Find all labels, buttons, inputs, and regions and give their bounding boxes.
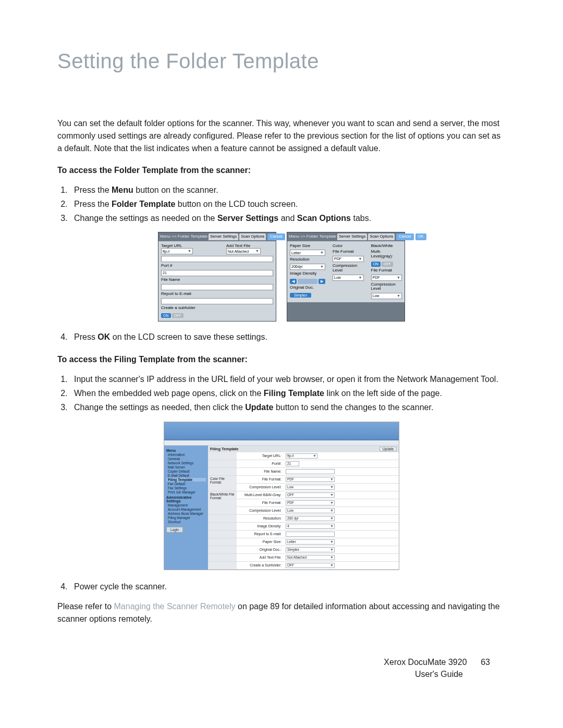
- list-item: Press the Menu button on the scanner.: [70, 184, 506, 197]
- sidebar-item-filing-mgr[interactable]: Filing Manager: [166, 516, 206, 520]
- compression-label: Compression Level:: [237, 484, 284, 491]
- sidebar-item-jobmgr[interactable]: Print Job Manager: [166, 490, 206, 494]
- list-item: When the embedded web page opens, click …: [70, 387, 506, 400]
- bw-format-select[interactable]: PDF▼: [286, 500, 335, 505]
- file-name-label: File Name: [161, 278, 273, 282]
- color-compression-select[interactable]: Low▼: [286, 485, 335, 490]
- web-header: [164, 422, 399, 440]
- port-input[interactable]: 21: [286, 461, 299, 466]
- cancel-button[interactable]: Cancel: [267, 233, 285, 240]
- paper-select[interactable]: Letter▼: [286, 539, 335, 545]
- sidebar-item-account[interactable]: Account Management: [166, 508, 206, 511]
- page: Setting the Folder Template You can set …: [0, 0, 563, 711]
- file-name-input[interactable]: [161, 284, 273, 290]
- footer-page-number: 63: [481, 658, 490, 667]
- resolution-select[interactable]: 200 dpi▼: [286, 516, 335, 521]
- subfolder-select[interactable]: OFF▼: [286, 563, 335, 568]
- lcd-panel-server-settings: Menu >> Folder Template Server Settings …: [158, 232, 276, 322]
- original-label: Original Doc.:: [237, 546, 284, 554]
- target-url-label: Target URL:: [237, 452, 284, 460]
- tab-server-settings[interactable]: Server Settings: [337, 233, 367, 240]
- bw-compression-label: Compression Level:: [237, 507, 284, 515]
- sidebar-item-filing-template[interactable]: Filing Template: [166, 478, 206, 482]
- sidebar-item-addressbook[interactable]: Address Book Manager: [166, 512, 206, 515]
- page-footer: Xerox DocuMate 3920 63 User's Guide: [57, 657, 506, 680]
- sidebar-item-fax-settings[interactable]: Fax Settings: [166, 486, 206, 490]
- list-item: Press the Folder Template button on the …: [70, 198, 506, 211]
- tab-scan-options[interactable]: Scan Options: [368, 233, 395, 240]
- bw-compression-select[interactable]: Low▼: [371, 293, 402, 299]
- sidebar-item-copier[interactable]: Copier Default: [166, 470, 206, 473]
- color-group-label: Color File Format:: [208, 476, 237, 491]
- web-toolbar: [164, 440, 399, 446]
- sidebar-item-fax-default[interactable]: Fax Default: [166, 482, 206, 486]
- sidebar-item-shortcut[interactable]: Shortcut: [166, 520, 206, 524]
- web-main: Filing Template Update Target URL:ftp://…: [208, 446, 399, 570]
- sidebar-item-management[interactable]: Management: [166, 503, 206, 507]
- footer-product: Xerox DocuMate 3920: [384, 658, 467, 667]
- target-url-input[interactable]: [161, 256, 273, 262]
- ok-button[interactable]: OK: [415, 233, 426, 240]
- paper-select[interactable]: Letter▼: [290, 250, 325, 256]
- filename-label: File Name:: [237, 468, 284, 476]
- bw-compression-select[interactable]: Low▼: [286, 508, 335, 513]
- report-input[interactable]: [286, 532, 335, 537]
- file-format-label-2: File Format: [371, 268, 402, 273]
- sidebar-item-information[interactable]: Information: [166, 453, 206, 456]
- paper-label: Paper Size: [290, 244, 325, 249]
- port-label: Port #: [161, 264, 273, 268]
- target-url-select[interactable]: ftp://▼: [286, 453, 317, 459]
- list-item: Input the scanner's IP address in the UR…: [70, 373, 506, 386]
- report-label: Report to E-mail: [161, 292, 273, 297]
- sidebar-item-mail[interactable]: Mail Server: [166, 465, 206, 469]
- list-item: Power cycle the scanner.: [70, 581, 506, 594]
- target-url-select[interactable]: ftp://▼: [161, 248, 193, 254]
- density-select[interactable]: 4▼: [286, 524, 335, 529]
- subfolder-toggle[interactable]: ON OFF: [161, 313, 273, 318]
- add-text-label: Add Text File: [226, 244, 273, 249]
- simplex-button[interactable]: Simplex: [290, 293, 325, 298]
- filename-input[interactable]: [286, 469, 335, 474]
- sidebar-item-network[interactable]: Network Settings: [166, 461, 206, 465]
- sidebar-item-general[interactable]: General: [166, 457, 206, 461]
- lcd-figures: Menu >> Folder Template Server Settings …: [57, 232, 506, 322]
- breadcrumb: Menu >> Folder Template: [289, 235, 336, 239]
- target-url-label: Target URL: [161, 244, 208, 249]
- multi-label: Multi-Level B&W-Gray:: [237, 491, 284, 499]
- lcd-panel-scan-options: Menu >> Folder Template Server Settings …: [287, 232, 405, 322]
- density-slider[interactable]: ◀▶: [290, 279, 325, 284]
- original-select[interactable]: Simplex▼: [286, 547, 335, 552]
- compression-select[interactable]: Low▼: [333, 275, 364, 281]
- port-label: Port#:: [237, 460, 284, 468]
- color-format-select[interactable]: PDF▼: [286, 477, 335, 482]
- format-select[interactable]: PDF▼: [333, 256, 364, 262]
- bw-label: Black/White: [371, 244, 402, 249]
- addtext-select[interactable]: Not Attached▼: [286, 555, 335, 560]
- port-input[interactable]: 21: [161, 270, 273, 276]
- bw-compression-label: Compression Level: [371, 282, 402, 292]
- bw-format-label: File Format:: [237, 499, 284, 507]
- web-admin-screenshot: Menu Information General Network Setting…: [164, 422, 399, 570]
- list-item: Change the settings as needed on the Ser…: [70, 212, 506, 225]
- login-button[interactable]: Login: [166, 527, 183, 533]
- cancel-button[interactable]: Cancel: [396, 233, 413, 240]
- tab-server-settings[interactable]: Server Settings: [209, 233, 238, 240]
- resolution-label: Resolution: [290, 257, 325, 262]
- add-text-select[interactable]: Not Attached▼: [226, 248, 261, 254]
- section2-list-cont: Power cycle the scanner.: [70, 581, 506, 594]
- multi-select[interactable]: OFF▼: [286, 492, 335, 498]
- update-button[interactable]: Update: [380, 447, 397, 451]
- web-panel-title: Filing Template: [210, 447, 238, 451]
- resolution-select[interactable]: 200dpi▼: [290, 264, 325, 270]
- subfolder-label: Create a subfolder: [161, 306, 273, 311]
- managing-remotely-link[interactable]: Managing the Scanner Remotely: [114, 602, 236, 611]
- tab-scan-options[interactable]: Scan Options: [239, 233, 266, 240]
- multi-toggle[interactable]: ONOFF: [371, 262, 402, 267]
- sidebar-item-email[interactable]: E-Mail Default: [166, 474, 206, 477]
- report-input[interactable]: [161, 298, 273, 304]
- file-format-label: File Format: [333, 250, 364, 254]
- section1-list-cont: Press OK on the LCD screen to save these…: [70, 331, 506, 344]
- multi-label: Multi-Level(gray):: [371, 250, 402, 259]
- density-label: Image Density:: [237, 523, 284, 530]
- bw-format-select[interactable]: PDF▼: [371, 275, 402, 281]
